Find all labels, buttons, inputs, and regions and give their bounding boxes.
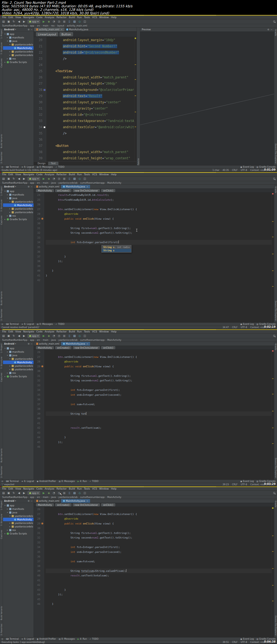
tree-item-yazdaniscodelab-sumoftwon[interactable]: ▾yazdaniscodelab.sumoftwon: [3, 43, 34, 46]
tool-window-button-device-file-explorer[interactable]: Device File Explorer: [275, 144, 277, 164]
code-editor[interactable]: 2021222324252627282930313233343536373839…: [34, 37, 137, 161]
debug-icon[interactable]: ◆: [47, 177, 50, 180]
collapse-arrow-icon[interactable]: ▾: [6, 354, 8, 356]
breadcrumb-item-yazdaniscodelab[interactable]: yazdaniscodelab: [58, 181, 78, 184]
breadcrumb-item-main[interactable]: main: [43, 181, 48, 184]
open-icon[interactable]: ▤: [2, 20, 5, 23]
sync-icon[interactable]: ↻: [12, 334, 15, 338]
forward-icon[interactable]: ▶: [22, 334, 26, 338]
menu-vcs[interactable]: VCS: [91, 330, 98, 333]
sdk-manager-icon[interactable]: ▧: [73, 334, 76, 338]
avd-manager-icon[interactable]: ▯: [68, 20, 71, 23]
toolwindow-button-6-logcat[interactable]: ≡6: Logcat: [21, 480, 34, 483]
menu-run[interactable]: Run: [76, 330, 83, 333]
project-view-selector[interactable]: Android▾⚙−: [3, 185, 34, 189]
tree-item-mainactivity[interactable]: CMainActivity: [3, 203, 34, 207]
tree-item-yazdaniscodelab-sumoftwon[interactable]: ▸yazdaniscodelab.sumoftwon: [3, 53, 34, 57]
gradle-sync-icon[interactable]: ◇: [78, 334, 81, 338]
code-editor[interactable]: 24252627282930313233343536373839404142re…: [34, 193, 274, 322]
menu-view[interactable]: View: [14, 487, 22, 490]
menu-file[interactable]: File: [1, 487, 7, 490]
tab-mainactivity-java[interactable]: CMainActivity.java×: [61, 342, 90, 346]
menu-analyze[interactable]: Analyze: [44, 330, 55, 333]
breadcrumb-chip-oncreate[interactable]: onCreate(): [55, 346, 71, 349]
breadcrumb-item-main[interactable]: main: [43, 339, 48, 341]
toolwindow-button-terminal[interactable]: ⌨Terminal: [6, 480, 19, 483]
breadcrumb-item-res[interactable]: res: [51, 24, 55, 27]
toolwindow-toggle-icon[interactable]: ⊞: [1, 638, 3, 640]
collapse-arrow-icon[interactable]: ▾: [4, 504, 6, 507]
breadcrumb-item-java[interactable]: java: [51, 339, 56, 341]
menu-window[interactable]: Window: [98, 487, 110, 490]
toolwindow-button-0-messages[interactable]: ▤0: Messages: [59, 638, 75, 640]
tree-item-app[interactable]: ▾app: [3, 32, 34, 36]
menu-tools[interactable]: Tools: [83, 487, 91, 490]
toolwindow-button-event-log[interactable]: ▣Event Log: [240, 638, 254, 640]
search-icon[interactable]: [273, 21, 275, 22]
menu-file[interactable]: File: [1, 16, 7, 19]
scrollbar-error-stripe[interactable]: [134, 37, 137, 161]
project-structure-icon[interactable]: ◫: [83, 20, 86, 23]
collapse-arrow-icon[interactable]: ▾: [9, 358, 11, 360]
expand-arrow-icon[interactable]: ▸: [9, 526, 11, 528]
profiler-icon[interactable]: ◷: [57, 334, 61, 338]
status-segment[interactable]: 39:23: [223, 483, 229, 486]
tree-item-yazdaniscodelab-sumoftwon[interactable]: ▾yazdaniscodelab.sumoftwon: [3, 514, 34, 518]
sync-icon[interactable]: ↻: [12, 491, 15, 495]
tree-item-res[interactable]: ▸res: [3, 214, 34, 217]
scrollbar-error-stripe[interactable]: [272, 350, 274, 480]
toolwindow-button-terminal[interactable]: ⌨Terminal: [6, 323, 19, 325]
breadcrumb-item-sumoftwonumberapp[interactable]: sumoftwonumberapp: [80, 181, 105, 184]
tool-window-button-2-favorites[interactable]: 2: Favorites: [0, 466, 3, 478]
breadcrumb-item-sumoftwonumberapp[interactable]: SumoftwoNumberApp: [2, 24, 27, 27]
toolwindow-button-event-log[interactable]: ▣Event Log: [240, 166, 254, 168]
menu-build[interactable]: Build: [68, 173, 76, 176]
gear-icon[interactable]: ⚙: [267, 28, 269, 31]
open-icon[interactable]: ▤: [2, 177, 5, 180]
close-icon[interactable]: ×: [87, 500, 88, 502]
open-icon[interactable]: ▤: [2, 334, 5, 338]
debug-icon[interactable]: ◆: [47, 334, 50, 338]
tree-item-gradle-scripts[interactable]: ▸Gradle Scripts: [3, 375, 34, 378]
save-all-icon[interactable]: ▣: [7, 334, 10, 338]
menu-vcs[interactable]: VCS: [91, 16, 98, 19]
tree-item-yazdaniscodelab-sumoftwon[interactable]: ▸yazdaniscodelab.sumoftwon: [3, 50, 34, 53]
tree-item-app[interactable]: ▾app: [3, 189, 34, 193]
toolwindow-button-event-log[interactable]: ▣Event Log: [240, 480, 254, 483]
expand-arrow-icon[interactable]: ▸: [9, 365, 11, 367]
toolwindow-button-0-messages[interactable]: ▤0: Messages: [59, 480, 75, 483]
collapse-arrow-icon[interactable]: ▾: [4, 347, 6, 349]
breadcrumb-item-java[interactable]: java: [51, 496, 56, 498]
menu-build[interactable]: Build: [68, 487, 76, 490]
tool-window-button-palette[interactable]: Palette: [137, 30, 140, 165]
profiler-icon[interactable]: ◷: [57, 177, 61, 180]
project-structure-icon[interactable]: ◫: [83, 334, 86, 338]
expand-arrow-icon[interactable]: ▸: [9, 54, 11, 56]
stop-icon[interactable]: ■: [62, 491, 66, 495]
minimize-icon[interactable]: −: [271, 28, 272, 31]
breadcrumb-item-sumoftwonumberapp[interactable]: SumoftwoNumberApp: [2, 496, 27, 498]
menu-navigate[interactable]: Navigate: [22, 16, 35, 19]
expand-arrow-icon[interactable]: ▸: [9, 211, 11, 213]
menu-run[interactable]: Run: [76, 173, 83, 176]
run-config-selector[interactable]: app▾: [28, 491, 40, 495]
toolwindow-button-terminal[interactable]: ⌨Terminal: [6, 166, 19, 168]
breadcrumb-chip-mainactivity[interactable]: MainActivity: [36, 189, 54, 192]
editor-pane[interactable]: activity_main.xmlCMainActivity.java×Main…: [34, 185, 274, 322]
code-editor[interactable]: 2627282930313233343536373839404142434445…: [34, 350, 274, 480]
tool-window-button-device-file-explorer[interactable]: Device File Explorer: [275, 616, 277, 636]
menu-code[interactable]: Code: [35, 173, 44, 176]
breadcrumb-chip-new-onclicklistener[interactable]: new OnClickListener: [73, 503, 100, 506]
breadcrumb-item-mainactivity[interactable]: MainActivity: [107, 339, 121, 341]
gradle-sync-icon[interactable]: ◇: [78, 491, 81, 495]
tool-window-button-1-project[interactable]: 1: Project: [0, 186, 3, 196]
menu-help[interactable]: Help: [110, 16, 118, 19]
run-config-selector[interactable]: app▾: [28, 20, 40, 24]
run-icon[interactable]: ▶: [42, 177, 45, 180]
toolwindow-button-event-log[interactable]: ▣Event Log: [240, 323, 254, 325]
tree-item-manifests[interactable]: ▸manifests: [3, 507, 34, 511]
toolwindow-button-4-run[interactable]: ▶4: Run: [78, 638, 87, 640]
hide-panel-icon[interactable]: −: [31, 28, 32, 31]
stop-icon[interactable]: ■: [62, 20, 66, 23]
breadcrumb-item-sumoftwonumberapp[interactable]: SumoftwoNumberApp: [2, 339, 27, 341]
